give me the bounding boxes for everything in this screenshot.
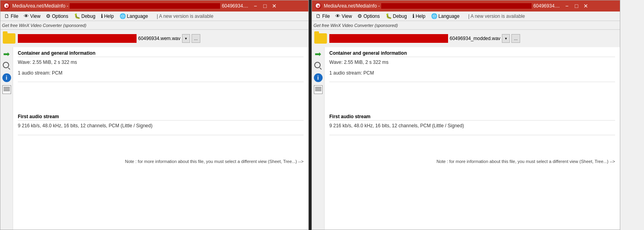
general-streams-1: 1 audio stream: PCM [18,69,304,77]
sponsored-text-2[interactable]: Get free WinX Video Converter (sponsored… [313,23,398,28]
title-suffix-2: 60496934.... [533,3,560,9]
file-dropdown-2[interactable]: ▼ [502,34,510,43]
menu-file-label-1: File [11,13,18,19]
info-icon-2: i [314,73,323,82]
menu-debug-label-2: Debug [393,13,407,19]
menu-file-1[interactable]: 🗋 File [2,12,21,20]
maximize-button-1[interactable]: □ [261,2,269,10]
sidebar-sheet-icon-2[interactable] [313,84,323,95]
section-divider-3 [329,82,615,82]
info-icon-1: i [2,73,11,82]
note-line-1: Note : for more information about this f… [18,159,304,164]
menu-debug-1[interactable]: 🐛 Debug [72,12,98,20]
audio-content-1: 9 216 kb/s, 48.0 kHz, 16 bits, 12 channe… [18,122,304,130]
sidebar-info-icon-1[interactable]: i [2,73,12,83]
menu-help-2[interactable]: ℹ Help [410,12,428,20]
title-prefix-1: MediaArea.net/MediaInfo - [12,3,68,9]
sidebar-mag-icon-1[interactable] [2,61,12,71]
sponsored-text-1[interactable]: Get free WinX Video Converter (sponsored… [2,23,86,28]
chevron-down-icon-1: ▼ [184,37,188,40]
menu-language-2[interactable]: 🌐 Language [429,12,462,20]
section-divider-2 [18,135,304,135]
view-icon-1: 👁 [24,13,29,19]
section-divider-4 [329,135,615,135]
menu-file-2[interactable]: 🗋 File [313,12,332,20]
file-bar-2: 60496934_modded.wav ▼ … [312,30,620,47]
file-name-2: 60496934_modded.wav [450,36,500,41]
file-name-1: 60496934.wem.wav [138,36,180,41]
folder-icon-1 [3,33,15,44]
sidebar-arrow-icon-1[interactable]: ➡ [2,49,12,59]
app-icon-1: ● [4,3,10,9]
general-streams-2: 1 audio stream: PCM [329,69,615,77]
new-version-label-2: | A new version is available [468,13,525,19]
sidebar-1: ➡ i [0,47,13,230]
file-icon-menu-1: 🗋 [4,13,9,19]
title-bar-2: ● MediaArea.net/MediaInfo - 60496934....… [312,0,620,12]
general-content-line1-2: Wave: 2.55 MiB, 2 s 322 ms [329,59,615,66]
sidebar-sheet-icon-1[interactable] [2,84,12,95]
toolbar-2: Get free WinX Video Converter (sponsored… [312,21,620,30]
menu-options-label-2: Options [363,13,380,19]
menu-language-label-2: Language [439,13,460,19]
sidebar-arrow-icon-2[interactable]: ➡ [313,49,323,59]
menu-help-1[interactable]: ℹ Help [99,12,116,20]
new-version-label-1: | A new version is available [157,13,213,19]
menu-view-1[interactable]: 👁 View [21,12,43,20]
info-letter-1: i [6,75,8,81]
file-dropdown-1[interactable]: ▼ [182,34,190,43]
file-browse-button-1[interactable]: … [192,34,200,43]
menu-options-1[interactable]: ⚙ Options [44,12,70,20]
title-redacted-2 [381,3,532,9]
close-button-1[interactable]: ✕ [270,2,278,10]
file-icon-area-1 [2,31,16,46]
menu-language-1[interactable]: 🌐 Language [117,12,150,20]
note-line-2: Note : for more information about this f… [329,159,615,164]
menu-options-2[interactable]: ⚙ Options [355,12,382,20]
main-area-2: ➡ i Container and general information Wa… [312,47,620,230]
minimize-button-1[interactable]: − [251,2,259,10]
sidebar-mag-icon-2[interactable] [313,61,323,71]
window-1: ● MediaArea.net/MediaInfo - 60496934....… [0,0,309,230]
general-content-line1-1: Wave: 2.55 MiB, 2 s 322 ms [18,59,304,66]
sidebar-2: ➡ i [312,47,325,230]
menu-options-label-1: Options [52,13,68,19]
content-area-1: Container and general information Wave: … [13,47,308,230]
app-icon-2: ● [315,3,321,9]
menu-file-label-2: File [322,13,330,19]
folder-icon-2 [314,33,327,44]
debug-icon-1: 🐛 [74,13,80,19]
toolbar-1: Get free WinX Video Converter (sponsored… [0,21,308,30]
magnify-icon-2 [314,61,323,70]
menu-view-2[interactable]: 👁 View [333,12,354,20]
menu-debug-2[interactable]: 🐛 Debug [383,12,409,20]
sidebar-info-icon-2[interactable]: i [313,73,323,83]
chevron-down-icon-2: ▼ [504,37,507,40]
file-input-row-2: 60496934_modded.wav ▼ … [329,34,618,43]
window-divider [309,0,312,230]
window-controls-1: − □ ✕ [251,2,278,10]
audio-header-2: First audio stream [329,114,615,121]
audio-content-2: 9 216 kb/s, 48.0 kHz, 16 bits, 12 channe… [329,122,615,130]
language-icon-2: 🌐 [431,13,437,19]
section-divider-1 [18,82,304,82]
window-2: ● MediaArea.net/MediaInfo - 60496934....… [312,0,620,230]
close-button-2[interactable]: ✕ [582,2,590,10]
green-arrow-icon-1: ➡ [3,50,10,58]
window-controls-2: − □ ✕ [563,2,590,10]
menu-view-label-1: View [30,13,40,19]
content-area-2: Container and general information Wave: … [325,47,620,230]
menu-help-label-2: Help [416,13,426,19]
file-icon-menu-2: 🗋 [316,13,321,19]
title-bar-1: ● MediaArea.net/MediaInfo - 60496934....… [0,0,308,12]
options-icon-2: ⚙ [357,13,362,19]
ellipsis-icon-1: … [194,36,198,41]
info-letter-2: i [317,75,319,81]
minimize-button-2[interactable]: − [563,2,571,10]
title-redacted-1 [70,3,220,9]
help-icon-1: ℹ [101,13,103,19]
file-browse-button-2[interactable]: … [511,34,520,43]
view-icon-2: 👁 [335,13,340,19]
maximize-button-2[interactable]: □ [572,2,580,10]
help-icon-2: ℹ [412,13,414,19]
